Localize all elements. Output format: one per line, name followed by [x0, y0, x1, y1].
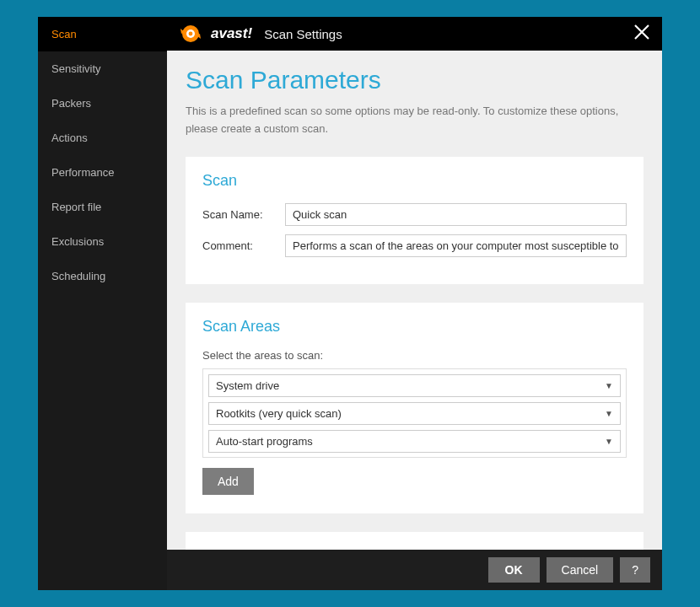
sidebar-item-exclusions[interactable]: Exclusions	[38, 224, 167, 259]
scan-area-select-2[interactable]: Auto-start programs ▼	[208, 430, 621, 453]
right-column: avast! Scan Settings Scan Parameters Thi…	[167, 17, 662, 590]
sidebar-item-sensitivity[interactable]: Sensitivity	[38, 51, 167, 86]
titlebar: avast! Scan Settings	[167, 17, 662, 51]
scan-name-input[interactable]	[285, 203, 627, 226]
comment-row: Comment:	[202, 234, 627, 257]
scan-area-label: Rootkits (very quick scan)	[216, 407, 342, 420]
scan-area-select-0[interactable]: System drive ▼	[208, 374, 621, 397]
footer: OK Cancel ?	[167, 550, 662, 590]
avast-logo-icon	[179, 22, 202, 46]
page-title: Scan Parameters	[186, 66, 643, 94]
scan-areas-title: Scan Areas	[202, 318, 627, 336]
close-icon[interactable]	[630, 20, 654, 47]
sidebar-item-actions[interactable]: Actions	[38, 121, 167, 155]
scan-area-select-1[interactable]: Rootkits (very quick scan) ▼	[208, 402, 621, 425]
scan-panel-title: Scan	[202, 172, 627, 190]
brand-text: avast!	[211, 25, 252, 42]
chevron-down-icon: ▼	[605, 409, 613, 418]
scroll-area[interactable]: Scan Parameters This is a predefined sca…	[167, 51, 662, 550]
settings-window: Scan Sensitivity Packers Actions Perform…	[38, 17, 662, 590]
scan-areas-instruction: Select the areas to scan:	[202, 349, 627, 362]
content-wrap: Scan Parameters This is a predefined sca…	[167, 51, 662, 550]
file-types-panel: File Types Scan all files	[186, 532, 643, 550]
sidebar: Scan Sensitivity Packers Actions Perform…	[38, 17, 167, 590]
sidebar-item-packers[interactable]: Packers	[38, 86, 167, 121]
scan-areas-list[interactable]: System drive ▼ Rootkits (very quick scan…	[202, 368, 627, 458]
chevron-down-icon: ▼	[605, 381, 613, 390]
scan-areas-panel: Scan Areas Select the areas to scan: Sys…	[186, 303, 643, 513]
add-button[interactable]: Add	[202, 468, 254, 495]
page-description: This is a predefined scan so some option…	[186, 103, 643, 138]
chevron-down-icon: ▼	[605, 437, 613, 446]
scan-area-label: System drive	[216, 379, 279, 392]
scan-area-label: Auto-start programs	[216, 435, 313, 448]
sidebar-item-performance[interactable]: Performance	[38, 155, 167, 190]
window-body: Scan Sensitivity Packers Actions Perform…	[38, 17, 662, 590]
cancel-button[interactable]: Cancel	[547, 557, 614, 583]
help-button[interactable]: ?	[620, 557, 650, 583]
sidebar-item-report-file[interactable]: Report file	[38, 190, 167, 224]
scan-name-row: Scan Name:	[202, 203, 627, 226]
scan-panel: Scan Scan Name: Comment:	[186, 157, 643, 284]
window-title: Scan Settings	[264, 27, 342, 41]
comment-label: Comment:	[202, 239, 278, 252]
sidebar-item-scan[interactable]: Scan	[38, 17, 167, 51]
svg-point-2	[189, 32, 193, 36]
sidebar-item-scheduling[interactable]: Scheduling	[38, 259, 167, 293]
scan-name-label: Scan Name:	[202, 208, 278, 221]
ok-button[interactable]: OK	[488, 557, 540, 583]
comment-input[interactable]	[285, 234, 627, 257]
